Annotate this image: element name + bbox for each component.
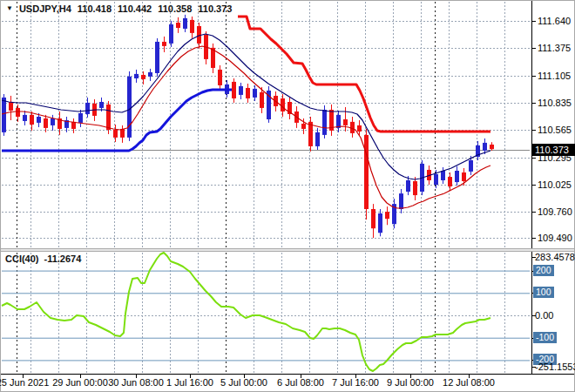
candle-body-bull (253, 89, 257, 98)
candle-body-bear (232, 82, 236, 98)
candle-body-bull (99, 102, 104, 108)
candle-body-bear (113, 130, 118, 138)
candle-body-bull (134, 74, 139, 78)
candle-body-bear (448, 177, 452, 186)
candle-body-bull (37, 117, 41, 123)
candle-body-bull (406, 180, 410, 192)
candle-body-bear (162, 42, 166, 46)
candle-body-bull (378, 213, 382, 233)
chart-canvas[interactable] (0, 0, 575, 392)
candle-body-bull (322, 110, 327, 135)
candle-body-bear (9, 102, 13, 111)
candle-body-bull (239, 86, 243, 95)
candle-body-bull (441, 171, 445, 180)
ohlc-high: 110.442 (118, 3, 152, 14)
time-axis-label: 25 Jun 2021 (0, 377, 49, 388)
cci-level-label: 100 (533, 287, 554, 298)
time-axis-label: 29 Jun 00:00 (52, 377, 108, 388)
candle-body-bear (462, 172, 466, 181)
price-axis-label: 111.105 (538, 71, 571, 81)
cci-level-label: -100 (533, 332, 557, 343)
candle-body-bear (30, 115, 34, 125)
candle-body-bull (434, 174, 438, 185)
candle-body-bear (106, 105, 111, 130)
candle-body-bull (315, 132, 320, 146)
candle-body-bull (51, 118, 55, 125)
candle-body-bear (413, 181, 417, 195)
candle-body-bull (2, 98, 6, 132)
time-axis-label: 7 Jul 16:00 (332, 377, 379, 388)
candle-body-bear (141, 75, 145, 79)
price-axis-label: 111.375 (538, 43, 571, 53)
time-axis-label: 5 Jul 00:00 (220, 377, 267, 388)
candle-body-bear (490, 145, 494, 149)
indicator-header: CCI(40) -11.2674 (5, 253, 81, 264)
time-axis-label: 6 Jul 08:00 (277, 377, 324, 388)
time-axis-label: 30 Jun 08:00 (108, 377, 164, 388)
price-axis-label: 110.295 (538, 152, 572, 163)
candle-body-bull (127, 77, 132, 138)
symbol-period-label: USDJPY,H4 (19, 3, 71, 14)
cci-axis-label: -251.1553 (535, 362, 575, 372)
ohlc-open: 110.418 (78, 3, 112, 14)
candle-body-bull (183, 18, 187, 29)
candle-body-bear (246, 88, 250, 98)
candle-body-bear (218, 70, 222, 85)
ohlc-low: 110.358 (158, 3, 192, 14)
candle-body-bull (85, 103, 90, 114)
candle-body-bull (469, 160, 473, 172)
candle-body-bear (190, 20, 194, 33)
price-axis-label: 111.640 (538, 16, 571, 26)
candle-body-bear (176, 23, 180, 28)
price-axis-label: 109.490 (538, 233, 572, 243)
candle-body-bear (16, 108, 20, 117)
cci-axis-label: 0.00 (535, 310, 553, 321)
candle-body-bull (483, 143, 487, 151)
time-axis-label: 9 Jul 00:00 (387, 377, 434, 388)
time-axis-label: 1 Jul 16:00 (166, 377, 213, 388)
ohlc-close: 110.373 (198, 3, 232, 14)
candle-body-bear (385, 212, 389, 219)
candle-body-bull (78, 113, 83, 123)
price-axis-label: 110.025 (538, 179, 572, 190)
time-axis-label: 12 Jul 08:00 (443, 377, 495, 388)
candle-body-bear (301, 124, 306, 129)
cci-axis-label: 283.4578 (535, 252, 575, 262)
candle-body-bull (169, 24, 173, 44)
candle-body-bear (371, 209, 375, 228)
terminal-window: ▼ USDJPY,H4 110.418 110.442 110.358 110.… (0, 0, 575, 392)
candle-body-bear (343, 119, 348, 125)
price-axis-label: 110.835 (538, 98, 572, 108)
candle-body-bull (399, 193, 403, 209)
candle-body-bear (357, 125, 362, 132)
candle-body-bull (155, 42, 159, 73)
cci-level-label: 200 (533, 265, 554, 276)
candle-body-bull (455, 171, 459, 182)
candle-body-bear (260, 92, 264, 108)
chart-header: ▼ USDJPY,H4 110.418 110.442 110.358 110.… (6, 3, 232, 14)
candle-body-bull (148, 72, 152, 77)
candle-body-bear (44, 118, 48, 128)
price-axis-label: 109.760 (538, 206, 572, 217)
indicator-value: -11.2674 (44, 253, 82, 264)
candle-body-bear (364, 135, 369, 209)
candle-body-bear (120, 129, 125, 138)
candle-body-bull (23, 115, 27, 121)
indicator-name: CCI(40) (5, 253, 39, 264)
price-axis-label: 110.565 (538, 125, 572, 135)
candle-body-bear (281, 98, 285, 112)
chart-menu-icon[interactable]: ▼ (6, 4, 13, 13)
